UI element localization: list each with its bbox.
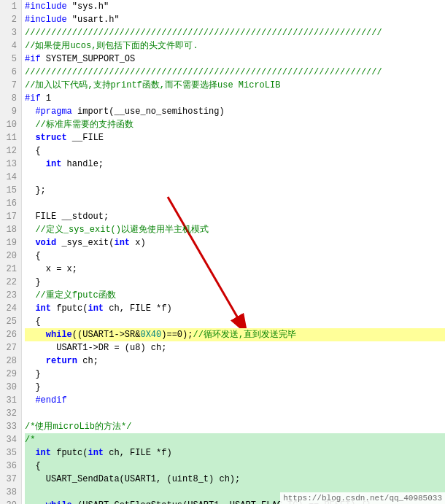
code-line: struct __FILE [25,131,445,144]
code-line [25,171,445,184]
line-number: 10 [4,118,17,131]
line-number: 4 [4,39,17,53]
code-line: { [25,460,445,473]
line-number: 33 [4,420,17,433]
line-number: 15 [4,184,17,197]
editor-container: 1234567891011121314151617181920212223242… [0,0,445,504]
line-number: 24 [4,302,17,315]
code-line: } [25,368,445,381]
line-numbers: 1234567891011121314151617181920212223242… [0,0,22,504]
code-line: x = x; [25,263,445,276]
line-number: 8 [4,92,17,105]
line-number: 6 [4,66,17,79]
code-line: //重定义fputc函数 [25,289,445,302]
line-number: 22 [4,276,17,289]
line-number: 9 [4,105,17,118]
code-line: //标准库需要的支持函数 [25,118,445,131]
code-line [25,197,445,210]
line-number: 30 [4,381,17,394]
code-line: } [25,381,445,394]
code-line: { [25,249,445,263]
code-line: //加入以下代码,支持printf函数,而不需要选择use MicroLIB [25,79,445,92]
line-number: 21 [4,263,17,276]
line-number: 35 [4,446,17,460]
line-number: 39 [4,499,17,504]
line-number: 17 [4,210,17,223]
code-line: { [25,144,445,158]
code-line: USART1->DR = (u8) ch; [25,341,445,354]
code-line: USART_SendData(USART1, (uint8_t) ch); [25,473,445,486]
code-line: void _sys_exit(int x) [25,236,445,249]
code-area: 1234567891011121314151617181920212223242… [0,0,445,504]
line-number: 2 [4,13,17,26]
line-number: 3 [4,26,17,39]
line-number: 7 [4,79,17,92]
code-line: int fputc(int ch, FILE *f) [25,302,445,315]
line-number: 20 [4,249,17,263]
line-number: 25 [4,315,17,328]
code-line: { [25,315,445,328]
line-number: 14 [4,171,17,184]
line-number: 38 [4,486,17,499]
code-content[interactable]: #include "sys.h"#include "usart.h"//////… [22,0,445,504]
line-number: 12 [4,144,17,158]
code-line: while((USART1->SR&0X40)==0);//循环发送,直到发送完… [25,328,445,341]
code-line: FILE __stdout; [25,210,445,223]
code-line: } [25,276,445,289]
code-line: ////////////////////////////////////////… [25,66,445,79]
line-number: 5 [4,53,17,66]
line-number: 1 [4,0,17,13]
code-line: #pragma import(__use_no_semihosting) [25,105,445,118]
line-number: 27 [4,341,17,354]
line-number: 16 [4,197,17,210]
watermark: https://blog.csdn.net/qq_40985033 [280,492,445,504]
line-number: 26 [4,328,17,341]
code-line: #if SYSTEM_SUPPORT_OS [25,53,445,66]
code-line: #include "usart.h" [25,13,445,26]
line-number: 31 [4,394,17,407]
code-line: return ch; [25,354,445,368]
code-line: /*使用microLib的方法*/ [25,420,445,433]
line-number: 34 [4,433,17,446]
code-line: #endif [25,394,445,407]
line-number: 28 [4,354,17,368]
code-line: /* [25,433,445,446]
line-number: 13 [4,158,17,171]
line-number: 11 [4,131,17,144]
line-number: 32 [4,407,17,420]
code-line: int fputc(int ch, FILE *f) [25,446,445,460]
line-number: 37 [4,473,17,486]
line-number: 23 [4,289,17,302]
line-number: 19 [4,236,17,249]
code-line: #include "sys.h" [25,0,445,13]
code-line: //定义_sys_exit()以避免使用半主机模式 [25,223,445,236]
code-line: //如果使用ucos,则包括下面的头文件即可. [25,39,445,53]
code-line [25,407,445,420]
code-line: #if 1 [25,92,445,105]
code-line: int handle; [25,158,445,171]
line-number: 36 [4,460,17,473]
line-number: 29 [4,368,17,381]
code-line: ////////////////////////////////////////… [25,26,445,39]
line-number: 18 [4,223,17,236]
code-line: }; [25,184,445,197]
